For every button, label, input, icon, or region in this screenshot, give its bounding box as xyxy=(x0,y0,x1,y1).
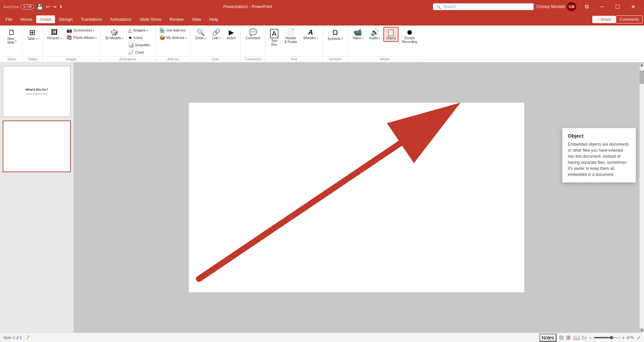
symbols-group-label: Symbols xyxy=(325,56,345,62)
smartart-button[interactable]: 📊 SmartArt xyxy=(127,42,154,48)
new-slide-button[interactable]: 🗋 NewSlide ▾ xyxy=(3,27,20,46)
comments-group-label: Comments xyxy=(243,56,263,62)
header-footer-button[interactable]: 📄 Header& Footer xyxy=(282,27,300,46)
scroll-down-button[interactable]: ▼ xyxy=(640,328,644,333)
search-bar[interactable]: 🔍 Search xyxy=(433,3,534,10)
zoom-button[interactable]: 🔍 Zoom ▾ xyxy=(193,27,209,42)
ribbon: 🗋 NewSlide ▾ Slides ⊞ Table ▾ Tables 🖼 P xyxy=(0,26,644,62)
autosave-label: AutoSave xyxy=(3,5,19,9)
title-bar: AutoSave Off 💾 ↩ ↪ ⬇ Presentation1 - Pow… xyxy=(0,0,644,13)
restore-down-button[interactable]: ⧉ xyxy=(579,1,594,12)
ribbon-group-tables: ⊞ Table ▾ Tables xyxy=(22,27,43,62)
undo-icon[interactable]: ↩ xyxy=(46,4,50,9)
ribbon-group-text: A TextBox 📄 Header& Footer A WordArt ▾ T… xyxy=(265,27,323,62)
screenshot-button[interactable]: 📷 Screenshot ▾ xyxy=(65,27,98,34)
maximize-button[interactable]: ☐ xyxy=(610,1,625,12)
shapes-button[interactable]: △ Shapes ▾ xyxy=(127,27,154,34)
object-button[interactable]: 📋 Object xyxy=(383,27,398,42)
pictures-button[interactable]: 🖼 Pictures ▾ xyxy=(45,27,64,42)
slideshow-icon[interactable]: ▷ xyxy=(583,334,587,341)
status-bar: Slide 2 of 2 📝 Notes ⊟ ⊞ 📖 ▷ − + 67% ⤢ xyxy=(0,333,644,342)
table-button[interactable]: ⊞ Table ▾ xyxy=(24,27,40,43)
ribbon-group-media: 📹 Video ▾ 🔊 Audio ▾ 📋 Object ⏺ ScreenRec… xyxy=(348,27,422,62)
symbols-icon: Ω xyxy=(332,29,338,36)
menu-design[interactable]: Design xyxy=(55,15,76,23)
window-controls: ⧉ ─ ☐ ✕ xyxy=(579,1,641,12)
3d-models-button[interactable]: 🎲 3D Models ▾ xyxy=(102,27,126,42)
menu-file[interactable]: File xyxy=(1,15,16,23)
user-info: Chrissy Montelli CM xyxy=(536,2,576,11)
status-right: Notes ⊟ ⊞ 📖 ▷ − + 67% ⤢ xyxy=(539,334,641,342)
arrow-annotation xyxy=(189,103,524,292)
scroll-thumb xyxy=(640,70,644,84)
user-name: Chrissy Montelli xyxy=(536,4,565,9)
save-icon[interactable]: 💾 xyxy=(37,4,43,10)
comments-button[interactable]: Comments xyxy=(616,15,643,23)
my-addins-button[interactable]: 📦 My Add-ins ▾ xyxy=(158,34,188,41)
links-group-label: Links xyxy=(193,56,238,62)
new-slide-icon: 🗋 xyxy=(8,29,15,36)
scroll-track[interactable] xyxy=(640,67,644,328)
menu-insert[interactable]: Insert xyxy=(36,15,55,23)
wordart-button[interactable]: A WordArt ▾ xyxy=(301,27,320,42)
audio-button[interactable]: 🔊 Audio ▾ xyxy=(367,27,383,42)
ribbon-group-images: 🖼 Pictures ▾ 📷 Screenshot ▾ 📚 Photo Albu… xyxy=(43,27,100,62)
text-box-icon: A xyxy=(270,29,278,38)
screen-recording-icon: ⏺ xyxy=(406,29,413,36)
menu-animations[interactable]: Animations xyxy=(106,15,136,23)
notes-button[interactable]: Notes xyxy=(539,334,556,342)
photo-album-button[interactable]: 📚 Photo Album ▾ xyxy=(65,34,98,41)
wordart-icon: A xyxy=(308,29,313,36)
menu-help[interactable]: Help xyxy=(205,15,222,23)
menu-transitions[interactable]: Transitions xyxy=(77,15,106,23)
close-button[interactable]: ✕ xyxy=(625,1,641,12)
zoom-out-icon[interactable]: − xyxy=(589,335,592,340)
menu-review[interactable]: Review xyxy=(165,15,188,23)
slide-2-thumbnail[interactable] xyxy=(3,120,71,172)
text-group-label: Text xyxy=(267,56,321,62)
minimize-button[interactable]: ─ xyxy=(594,1,610,12)
text-box-button[interactable]: A TextBox xyxy=(267,27,281,48)
app-title: Presentation1 - PowerPoint xyxy=(62,4,433,9)
get-addins-icon: 🏪 xyxy=(159,28,165,33)
menu-slideshow[interactable]: Slide Show xyxy=(136,15,165,23)
zoom-in-icon[interactable]: + xyxy=(622,335,625,340)
fit-slide-icon[interactable]: ⤢ xyxy=(637,335,641,340)
redo-icon[interactable]: ↪ xyxy=(53,4,57,9)
quick-access-icon[interactable]: ⬇ xyxy=(59,5,62,9)
symbols-button[interactable]: Ω Symbols ▾ xyxy=(325,27,345,43)
video-button[interactable]: 📹 Video ▾ xyxy=(350,27,366,42)
shapes-icon: △ xyxy=(128,28,132,33)
share-button[interactable]: ↑ Share xyxy=(592,16,616,23)
chart-button[interactable]: 📈 Chart xyxy=(127,49,154,56)
icons-button[interactable]: ★ Icons xyxy=(127,34,154,41)
autosave-toggle[interactable]: Off xyxy=(21,4,34,9)
right-scrollbar: ▲ ▼ xyxy=(639,62,644,333)
get-addins-button[interactable]: 🏪 Get Add-ins xyxy=(158,27,188,34)
photo-album-icon: 📚 xyxy=(66,35,72,40)
normal-view-icon[interactable]: ⊟ xyxy=(559,334,564,341)
toggle-dot xyxy=(23,5,26,8)
tooltip-body: Embedded objects are documents or other … xyxy=(568,141,630,178)
comment-button[interactable]: 💬 Comment xyxy=(243,27,263,42)
slide-sorter-icon[interactable]: ⊞ xyxy=(566,334,571,341)
smartart-icon: 📊 xyxy=(128,42,134,48)
reading-view-icon[interactable]: 📖 xyxy=(573,334,580,341)
screenshot-icon: 📷 xyxy=(66,28,72,33)
canvas-area: Object Embedded objects are documents or… xyxy=(74,62,639,333)
screen-recording-button[interactable]: ⏺ ScreenRecording xyxy=(399,27,420,46)
ribbon-group-links: 🔍 Zoom ▾ 🔗 Link ▾ ▶ Action Links xyxy=(191,27,241,62)
menu-view[interactable]: View xyxy=(188,15,205,23)
zoom-slider[interactable] xyxy=(594,337,621,338)
action-button[interactable]: ▶ Action xyxy=(224,27,239,42)
title-bar-right: 🔍 Search Chrissy Montelli CM ⧉ ─ ☐ ✕ xyxy=(433,1,641,12)
slide-1-thumbnail[interactable]: What's this for? Some body text here xyxy=(3,66,71,117)
illustrations-group-label: Illustrations xyxy=(102,56,154,62)
media-group-label: Media xyxy=(350,56,420,62)
ribbon-group-slides: 🗋 NewSlide ▾ Slides xyxy=(1,27,22,62)
slide-1-content: What's this for? Some body text here xyxy=(3,66,70,116)
user-avatar[interactable]: CM xyxy=(567,2,576,11)
menu-home[interactable]: Home xyxy=(16,15,36,23)
scroll-up-button[interactable]: ▲ xyxy=(640,62,644,67)
link-button[interactable]: 🔗 Link ▾ xyxy=(209,27,223,42)
